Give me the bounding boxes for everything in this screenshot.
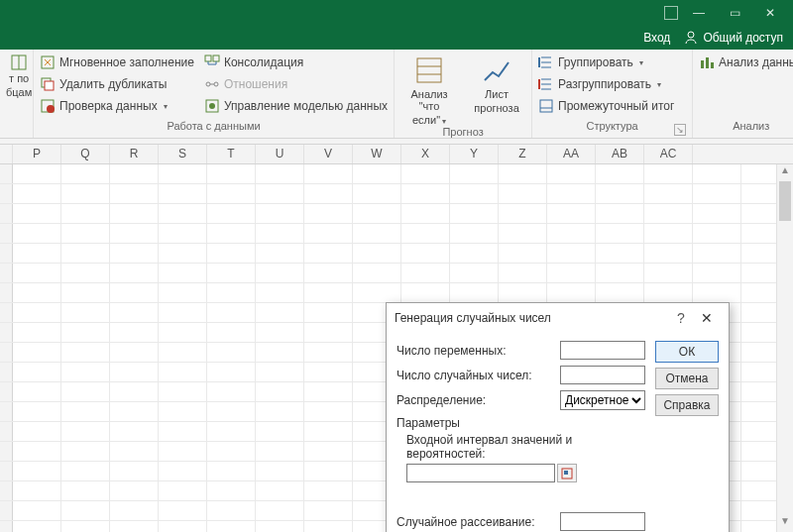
ribbon-display-options-icon[interactable] — [664, 6, 678, 20]
svg-rect-15 — [417, 58, 441, 82]
scroll-down-icon[interactable]: ▼ — [777, 515, 793, 532]
col-header[interactable]: T — [207, 145, 256, 163]
input-range-label: Входной интервал значений и вероятностей… — [406, 433, 645, 461]
dialog-launcher-icon[interactable]: ↘ — [674, 124, 686, 136]
col-header[interactable]: S — [159, 145, 207, 163]
distribution-select[interactable]: Дискретное — [560, 390, 645, 410]
col-header[interactable]: W — [353, 145, 401, 163]
forecast-icon — [481, 54, 512, 86]
grid-row[interactable] — [0, 224, 793, 244]
share-button[interactable]: Общий доступ — [684, 31, 783, 45]
svg-point-11 — [214, 82, 218, 86]
col-header[interactable]: Z — [499, 145, 547, 163]
ok-button[interactable]: ОК — [655, 341, 719, 363]
whatif-icon — [413, 54, 445, 86]
close-icon[interactable]: ✕ — [693, 307, 721, 329]
flash-fill-button[interactable]: Мгновенное заполнение — [40, 52, 194, 73]
svg-rect-21 — [706, 57, 709, 68]
flash-fill-icon — [40, 54, 56, 70]
column-headers: P Q R S T U V W X Y Z AA AB AC — [0, 145, 793, 164]
cancel-button[interactable]: Отмена — [655, 368, 719, 389]
range-picker-icon[interactable] — [557, 464, 577, 482]
dialog-title: Генерация случайных чисел — [395, 311, 669, 325]
svg-rect-20 — [701, 60, 704, 68]
input-range-input[interactable] — [406, 464, 555, 482]
group-icon — [538, 54, 554, 70]
num-random-input[interactable] — [560, 366, 645, 384]
close-window-button[interactable]: ✕ — [755, 2, 785, 24]
svg-rect-18 — [540, 100, 552, 112]
help-button[interactable]: Справка — [655, 394, 719, 416]
relationships-button[interactable]: Отношения — [204, 73, 388, 95]
whatif-analysis-button[interactable]: Анализ "чтоесли"▾ — [400, 52, 458, 126]
help-icon[interactable]: ? — [669, 310, 693, 326]
col-header[interactable]: AB — [596, 145, 644, 163]
grid-row[interactable] — [0, 184, 793, 204]
remove-duplicates-button[interactable]: Удалить дубликаты — [40, 73, 194, 95]
svg-rect-22 — [711, 62, 714, 68]
svg-point-0 — [688, 32, 694, 38]
data-model-icon — [204, 98, 220, 114]
group-caption: Работа с данными — [167, 120, 260, 132]
seed-input[interactable] — [560, 512, 645, 531]
spreadsheet-grid[interactable]: // produce empty rows inline after JSON … — [0, 164, 793, 532]
svg-rect-5 — [45, 81, 54, 90]
account-bar: Вход Общий доступ — [0, 26, 793, 50]
window-titlebar: — ▭ ✕ — [0, 0, 793, 26]
group-rows-button[interactable]: Группировать▾ — [538, 52, 674, 73]
text-to-columns-button[interactable]: т побцам — [6, 52, 32, 120]
random-number-generation-dialog: Генерация случайных чисел ? ✕ Число пере… — [386, 302, 730, 532]
col-header[interactable]: X — [401, 145, 450, 163]
num-random-label: Число случайных чисел: — [396, 369, 560, 382]
col-header[interactable]: Q — [61, 145, 110, 163]
scroll-thumb[interactable] — [779, 181, 791, 221]
remove-duplicates-icon — [40, 76, 56, 92]
minimize-button[interactable]: — — [684, 2, 714, 24]
svg-rect-9 — [213, 55, 219, 61]
data-analysis-button[interactable]: Анализ данных — [699, 52, 793, 73]
manage-data-model-button[interactable]: Управление моделью данных — [204, 95, 388, 117]
col-header[interactable]: P — [13, 145, 61, 163]
subtotal-button[interactable]: Промежуточный итог — [538, 95, 674, 117]
num-variables-input[interactable] — [560, 341, 645, 360]
subtotal-icon — [538, 98, 554, 114]
svg-point-10 — [206, 82, 210, 86]
login-link[interactable]: Вход — [643, 31, 670, 45]
parameters-heading: Параметры — [396, 416, 645, 430]
grid-row[interactable] — [0, 164, 793, 184]
vertical-scrollbar[interactable]: ▲ ▼ — [776, 164, 793, 532]
scroll-up-icon[interactable]: ▲ — [777, 164, 793, 181]
svg-point-14 — [209, 103, 215, 109]
col-header[interactable]: R — [110, 145, 159, 163]
svg-point-7 — [47, 105, 55, 113]
forecast-sheet-button[interactable]: Листпрогноза — [468, 52, 525, 126]
person-icon — [684, 31, 698, 45]
col-header[interactable]: V — [304, 145, 353, 163]
restore-button[interactable]: ▭ — [720, 2, 749, 24]
data-validation-button[interactable]: Проверка данных▾ — [40, 95, 194, 117]
grid-row[interactable] — [0, 204, 793, 224]
seed-label: Случайное рассеивание: — [396, 515, 560, 529]
grid-row[interactable] — [0, 283, 793, 303]
analysis-icon — [699, 54, 715, 70]
group-caption: Прогноз — [442, 126, 483, 138]
group-caption: Анализ — [733, 120, 769, 132]
data-validation-icon — [40, 98, 56, 114]
svg-rect-24 — [564, 471, 568, 475]
dialog-titlebar[interactable]: Генерация случайных чисел ? ✕ — [387, 303, 729, 333]
col-header[interactable]: AC — [644, 145, 693, 163]
svg-rect-8 — [205, 55, 211, 61]
group-caption: Структура — [586, 120, 637, 132]
distribution-label: Распределение: — [396, 393, 560, 407]
col-header[interactable]: Y — [450, 145, 499, 163]
num-variables-label: Число переменных: — [396, 344, 560, 358]
consolidate-button[interactable]: Консолидация — [204, 52, 388, 73]
col-header[interactable]: AA — [547, 145, 596, 163]
columns-table-icon — [11, 54, 27, 70]
ribbon: т побцам Мгновенное заполнение Удалить д… — [0, 50, 793, 139]
ungroup-rows-button[interactable]: Разгруппировать▾ — [538, 73, 674, 95]
grid-row[interactable] — [0, 264, 793, 283]
relationships-icon — [204, 76, 220, 92]
col-header[interactable]: U — [256, 145, 304, 163]
grid-row[interactable] — [0, 244, 793, 264]
